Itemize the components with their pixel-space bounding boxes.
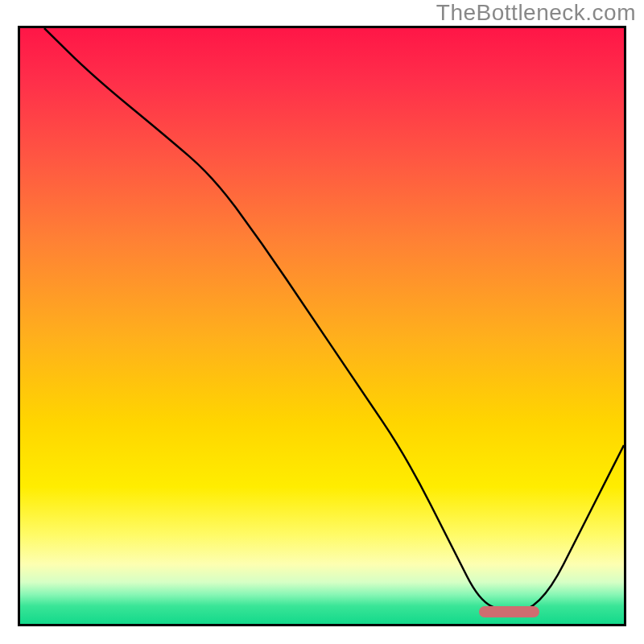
curve-layer (20, 28, 624, 624)
optimal-range-marker (479, 606, 539, 617)
plot-area (18, 26, 626, 626)
watermark-text: TheBottleneck.com (436, 0, 636, 26)
bottleneck-curve (44, 28, 624, 612)
chart-frame: TheBottleneck.com (0, 0, 644, 644)
